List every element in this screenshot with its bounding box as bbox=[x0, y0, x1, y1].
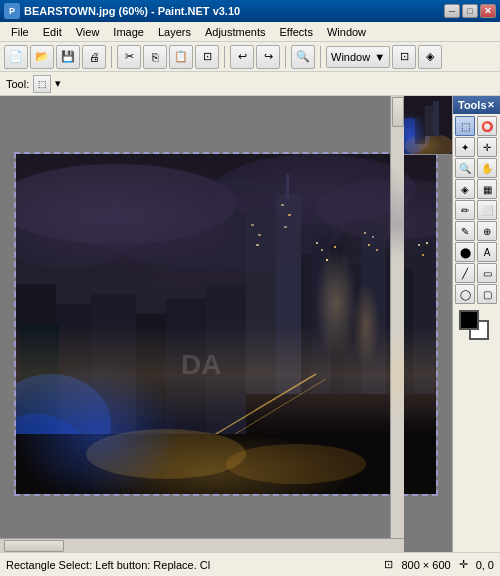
tools-panel-header: Tools ✕ bbox=[453, 96, 500, 114]
rounded-rect-tool[interactable]: ▢ bbox=[477, 284, 497, 304]
image-dimensions: 800 × 600 bbox=[401, 559, 450, 571]
svg-rect-52 bbox=[433, 101, 439, 136]
svg-rect-16 bbox=[16, 284, 56, 494]
tools-panel-title: Tools bbox=[458, 99, 487, 111]
paintbrush-tool[interactable]: ✏ bbox=[455, 200, 475, 220]
tool-options-arrow: ▾ bbox=[55, 77, 61, 90]
svg-rect-9 bbox=[361, 224, 386, 394]
svg-point-50 bbox=[405, 134, 452, 154]
menu-layers[interactable]: Layers bbox=[151, 24, 198, 40]
menu-bar: File Edit View Image Layers Adjustments … bbox=[0, 22, 500, 42]
tool-label: Tool: bbox=[6, 78, 29, 90]
toolbar-separator-4 bbox=[320, 46, 321, 68]
pan-tool[interactable]: ✋ bbox=[477, 158, 497, 178]
menu-effects[interactable]: Effects bbox=[273, 24, 320, 40]
minimize-button[interactable]: ─ bbox=[444, 4, 460, 18]
menu-image[interactable]: Image bbox=[106, 24, 151, 40]
menu-edit[interactable]: Edit bbox=[36, 24, 69, 40]
print-button[interactable]: 🖨 bbox=[82, 45, 106, 69]
zoom-tool[interactable]: 🔍 bbox=[455, 158, 475, 178]
tools-panel: Tools ✕ ⬚ ⭕ ✦ ✛ 🔍 ✋ ◈ ▦ ✏ ⬜ ✎ ⊕ ⬤ A ╱ bbox=[452, 96, 500, 552]
cut-button[interactable]: ✂ bbox=[117, 45, 141, 69]
tool-icon-btn[interactable]: ⬚ bbox=[33, 75, 51, 93]
deselect-button[interactable]: ⊡ bbox=[195, 45, 219, 69]
recolor-tool[interactable]: ⬤ bbox=[455, 242, 475, 262]
tools-panel-close[interactable]: ✕ bbox=[487, 100, 495, 110]
svg-rect-18 bbox=[91, 294, 136, 494]
colors-container bbox=[459, 310, 495, 346]
primary-color[interactable] bbox=[459, 310, 479, 330]
svg-rect-7 bbox=[331, 244, 343, 394]
svg-rect-24 bbox=[326, 259, 328, 261]
maximize-button[interactable]: □ bbox=[462, 4, 478, 18]
scrollbar-thumb-h[interactable] bbox=[4, 540, 64, 552]
menu-view[interactable]: View bbox=[69, 24, 107, 40]
gradient-tool[interactable]: ▦ bbox=[477, 179, 497, 199]
rectangle-select-tool[interactable]: ⬚ bbox=[455, 116, 475, 136]
dropdown-arrow-icon: ▼ bbox=[374, 51, 385, 63]
svg-rect-29 bbox=[376, 249, 378, 251]
menu-window[interactable]: Window bbox=[320, 24, 373, 40]
svg-rect-25 bbox=[334, 246, 336, 248]
svg-rect-12 bbox=[413, 239, 435, 394]
svg-rect-6 bbox=[311, 234, 331, 394]
svg-point-0 bbox=[16, 164, 236, 244]
svg-rect-13 bbox=[246, 214, 276, 394]
svg-rect-28 bbox=[372, 236, 374, 238]
scrollbar-horizontal[interactable] bbox=[0, 538, 404, 552]
window-dropdown[interactable]: Window ▼ bbox=[326, 46, 390, 68]
move-tool[interactable]: ✛ bbox=[477, 137, 497, 157]
undo-button[interactable]: ↩ bbox=[230, 45, 254, 69]
dimensions-icon: ⊡ bbox=[384, 558, 393, 571]
paste-button[interactable]: 📋 bbox=[169, 45, 193, 69]
svg-rect-23 bbox=[321, 249, 323, 251]
svg-rect-51 bbox=[425, 106, 433, 136]
ellipse-tool[interactable]: ◯ bbox=[455, 284, 475, 304]
clone-stamp-tool[interactable]: ⊕ bbox=[477, 221, 497, 241]
svg-rect-44 bbox=[16, 434, 436, 494]
city-image: DA bbox=[16, 154, 436, 494]
svg-rect-19 bbox=[136, 314, 166, 494]
app-icon: P bbox=[4, 3, 20, 19]
svg-point-40 bbox=[16, 374, 111, 474]
svg-rect-53 bbox=[415, 116, 425, 144]
scrollbar-thumb-v[interactable] bbox=[392, 97, 404, 127]
toolbar-extra-2[interactable]: ◈ bbox=[418, 45, 442, 69]
svg-rect-37 bbox=[288, 214, 291, 216]
svg-rect-5 bbox=[296, 254, 311, 394]
paint-bucket-tool[interactable]: ◈ bbox=[455, 179, 475, 199]
close-button[interactable]: ✕ bbox=[480, 4, 496, 18]
menu-file[interactable]: File bbox=[4, 24, 36, 40]
toolbar-separator-3 bbox=[285, 46, 286, 68]
new-button[interactable]: 📄 bbox=[4, 45, 28, 69]
svg-rect-22 bbox=[316, 242, 318, 244]
magic-wand-tool[interactable]: ✦ bbox=[455, 137, 475, 157]
copy-button[interactable]: ⎘ bbox=[143, 45, 167, 69]
save-button[interactable]: 💾 bbox=[56, 45, 80, 69]
title-buttons: ─ □ ✕ bbox=[444, 4, 496, 18]
toolbar-extra-1[interactable]: ⊡ bbox=[392, 45, 416, 69]
svg-point-45 bbox=[86, 429, 246, 479]
tool-icon: ⬚ bbox=[38, 79, 47, 89]
lasso-select-tool[interactable]: ⭕ bbox=[477, 116, 497, 136]
eraser-tool[interactable]: ⬜ bbox=[477, 200, 497, 220]
line-tool[interactable]: ╱ bbox=[455, 263, 475, 283]
svg-text:DA: DA bbox=[181, 349, 221, 380]
menu-adjustments[interactable]: Adjustments bbox=[198, 24, 273, 40]
svg-line-43 bbox=[136, 379, 326, 494]
redo-button[interactable]: ↪ bbox=[256, 45, 280, 69]
toolbar-separator-1 bbox=[111, 46, 112, 68]
canvas-area[interactable]: DA bbox=[0, 96, 452, 552]
text-tool[interactable]: A bbox=[477, 242, 497, 262]
svg-rect-34 bbox=[258, 234, 261, 236]
open-button[interactable]: 📂 bbox=[30, 45, 54, 69]
svg-rect-10 bbox=[386, 249, 401, 394]
image-canvas[interactable]: DA bbox=[14, 152, 438, 496]
zoom-in-button[interactable]: 🔍 bbox=[291, 45, 315, 69]
svg-rect-33 bbox=[251, 224, 254, 226]
shapes-tool[interactable]: ▭ bbox=[477, 263, 497, 283]
title-bar-left: P BEARSTOWN.jpg (60%) - Paint.NET v3.10 bbox=[4, 3, 240, 19]
pencil-tool[interactable]: ✎ bbox=[455, 221, 475, 241]
svg-point-41 bbox=[16, 414, 86, 494]
svg-rect-32 bbox=[426, 242, 428, 244]
